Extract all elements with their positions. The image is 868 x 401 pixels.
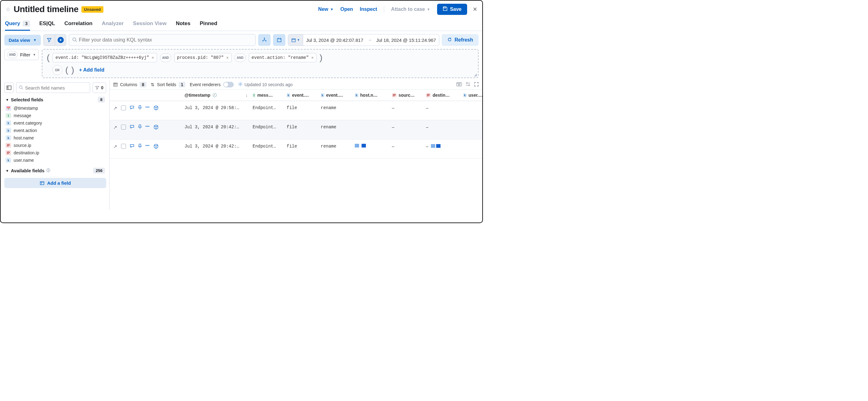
pin-icon[interactable] — [138, 144, 142, 149]
add-field-link[interactable]: + Add field — [79, 67, 105, 73]
date-from[interactable]: Jul 3, 2024 @ 20:42:07.817 — [303, 37, 367, 43]
expand-icon[interactable]: ↗ — [113, 105, 117, 111]
column-header-host-name[interactable]: k host.n… — [352, 91, 390, 99]
favorite-star-icon[interactable]: ☆ — [6, 6, 10, 13]
field-item[interactable]: kevent.action — [5, 127, 105, 134]
row-checkbox[interactable] — [121, 124, 126, 130]
sort-desc-icon[interactable]: ↓ — [246, 93, 248, 97]
switch-icon[interactable] — [223, 82, 234, 87]
save-button[interactable]: Save — [437, 4, 467, 15]
close-icon[interactable]: ✕ — [226, 55, 229, 60]
table-row[interactable]: ↗•••Jul 3, 2024 @ 20:42:…Endpoint…filere… — [110, 120, 482, 139]
column-header-user-name[interactable]: k user.… — [461, 91, 482, 99]
or-pill[interactable]: OR — [52, 65, 62, 75]
kql-input[interactable] — [77, 35, 252, 45]
resize-handle-icon[interactable]: ◢ — [474, 73, 477, 77]
field-item[interactable]: 📅@timestamp — [5, 105, 105, 112]
svg-rect-30 — [458, 85, 460, 85]
close-icon[interactable]: ✕ — [311, 55, 314, 60]
tab-session-view[interactable]: Session View — [133, 19, 166, 31]
add-field-button[interactable]: Add a field — [4, 178, 106, 188]
timeline-settings-button[interactable] — [258, 34, 271, 46]
column-header-message[interactable]: t mess… — [250, 91, 284, 99]
field-search-input-wrap[interactable] — [16, 82, 90, 93]
table-row[interactable]: ↗•••Jul 3, 2024 @ 20:42:…Endpoint…filere… — [110, 139, 482, 159]
field-filter-button[interactable]: 0 — [93, 82, 106, 93]
filter-chip[interactable]: event.action: "rename" ✕ — [249, 53, 317, 62]
column-header-timestamp[interactable]: @timestamp 🕘 ↓ — [182, 91, 250, 99]
more-actions-icon[interactable]: ••• — [146, 144, 150, 147]
expand-icon[interactable]: ↗ — [113, 144, 117, 149]
tab-notes[interactable]: Notes — [176, 19, 190, 31]
close-icon[interactable]: ✕ — [473, 6, 477, 13]
field-search-input[interactable] — [25, 85, 87, 90]
add-filter-button[interactable]: + — [55, 34, 66, 46]
filter-dropzone[interactable]: ( event.id: "NcLgWgI95TBZaZBz+++++6yj" ✕… — [42, 49, 478, 78]
sidebar-toggle-button[interactable] — [4, 82, 13, 93]
analyze-icon[interactable] — [154, 144, 158, 150]
filter-operator-dropdown[interactable]: AND Filter ▼ — [4, 49, 39, 60]
field-name: destination.ip — [13, 150, 39, 155]
field-item[interactable]: kuser.name — [5, 156, 105, 164]
column-header-destination-ip[interactable]: IP destin… — [424, 91, 461, 99]
pin-icon[interactable] — [138, 124, 142, 130]
host-name-label: host.n… — [360, 93, 378, 97]
fullscreen-icon[interactable] — [474, 82, 478, 87]
gear-icon[interactable] — [238, 82, 243, 87]
open-button[interactable]: Open — [340, 6, 353, 12]
selected-fields-header[interactable]: ▼ Selected fields 8 — [4, 93, 106, 105]
notes-icon[interactable] — [130, 124, 134, 130]
tab-analyzer[interactable]: Analyzer — [102, 19, 124, 31]
more-actions-icon[interactable]: ••• — [146, 124, 150, 128]
tab-esql[interactable]: ES|QL — [39, 19, 55, 31]
cell-message: Endpoint… — [250, 124, 284, 131]
help-icon[interactable]: ⓘ — [46, 168, 50, 173]
calendar-icon[interactable]: ▼ — [288, 34, 303, 46]
available-fields-header[interactable]: ▼ Available fields ⓘ 256 — [4, 164, 106, 175]
expand-icon[interactable]: ↗ — [113, 124, 117, 130]
refresh-label: Refresh — [455, 37, 473, 43]
new-button[interactable]: New ▼ — [318, 6, 334, 12]
column-header-event-action[interactable]: k event.… — [318, 91, 352, 99]
field-item[interactable]: IPsource.ip — [5, 142, 105, 149]
date-to[interactable]: Jul 18, 2024 @ 15:11:24.967 — [373, 37, 439, 43]
data-view-button[interactable]: Data view ▼ — [4, 35, 41, 46]
field-item[interactable]: khost.name — [5, 134, 105, 142]
display-settings-icon[interactable] — [466, 82, 470, 87]
filter-chip[interactable]: process.pid: "807" ✕ — [174, 53, 231, 62]
and-pill[interactable]: AND — [160, 53, 171, 62]
sort-fields-button[interactable]: ⇅ Sort fields 1 — [151, 82, 185, 87]
filter-icon-button[interactable] — [44, 34, 55, 46]
close-icon[interactable]: ✕ — [152, 55, 154, 60]
event-renderers-toggle[interactable]: Event renderers — [190, 82, 234, 87]
keyboard-icon[interactable] — [456, 82, 462, 87]
refresh-button[interactable]: Refresh — [442, 34, 478, 46]
row-checkbox[interactable] — [121, 105, 126, 110]
field-item[interactable]: kevent.category — [5, 119, 105, 127]
saved-query-button[interactable] — [273, 34, 285, 46]
analyze-icon[interactable] — [154, 105, 158, 111]
inspect-button[interactable]: Inspect — [360, 6, 377, 12]
notes-icon[interactable] — [130, 105, 134, 111]
kql-input-wrap[interactable] — [69, 34, 256, 46]
svg-rect-8 — [291, 38, 295, 41]
field-item[interactable]: tmessage — [5, 112, 105, 119]
date-range-picker[interactable]: ▼ Jul 3, 2024 @ 20:42:07.817 → Jul 18, 2… — [288, 34, 439, 46]
and-pill[interactable]: AND — [235, 53, 246, 62]
ip-type-icon: IP — [392, 93, 397, 97]
tab-query[interactable]: Query 3 — [5, 19, 30, 31]
row-checkbox[interactable] — [121, 144, 126, 149]
analyze-icon[interactable] — [154, 124, 158, 131]
columns-button[interactable]: Columns 8 — [113, 82, 147, 87]
more-actions-icon[interactable]: ••• — [146, 105, 150, 109]
tab-pinned[interactable]: Pinned — [200, 19, 217, 31]
filter-chip[interactable]: event.id: "NcLgWgI95TBZaZBz+++++6yj" ✕ — [53, 53, 157, 62]
field-item[interactable]: IPdestination.ip — [5, 149, 105, 156]
tab-correlation[interactable]: Correlation — [64, 19, 93, 31]
notes-icon[interactable] — [130, 144, 134, 149]
table-row[interactable]: ↗•••Jul 3, 2024 @ 20:58:…Endpoint…filere… — [110, 101, 482, 120]
pin-icon[interactable] — [138, 105, 142, 111]
column-header-source-ip[interactable]: IP sourc… — [390, 91, 424, 99]
attach-to-case-button[interactable]: Attach to case ▼ — [391, 6, 430, 12]
column-header-event-category[interactable]: k event.… — [284, 91, 318, 99]
